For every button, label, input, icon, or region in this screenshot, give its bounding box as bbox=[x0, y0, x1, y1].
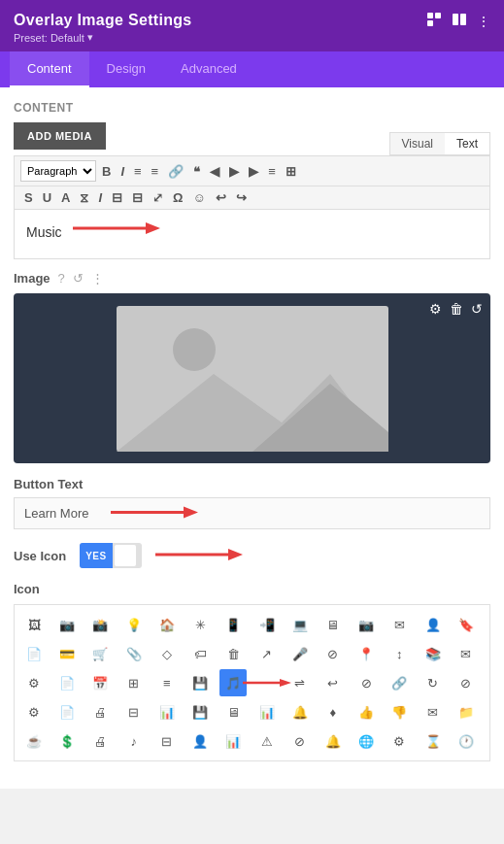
icon-cell[interactable]: 📊 bbox=[153, 698, 181, 726]
icon-cell[interactable]: ⊟ bbox=[120, 698, 148, 726]
icon-cell[interactable]: 📅 bbox=[86, 669, 114, 696]
icon-cell[interactable] bbox=[253, 669, 281, 696]
bold-button[interactable]: B bbox=[98, 163, 115, 180]
link-button[interactable]: 🔗 bbox=[164, 163, 187, 180]
strikethrough-button[interactable]: S bbox=[20, 189, 37, 206]
italic2-button[interactable]: I bbox=[94, 189, 106, 206]
format-select[interactable]: Paragraph Heading 1 Heading 2 bbox=[20, 160, 96, 182]
icon-cell[interactable]: 🖥 bbox=[319, 611, 347, 638]
icon-cell[interactable]: ⊘ bbox=[319, 640, 347, 667]
icon-cell[interactable]: ♦ bbox=[319, 698, 347, 726]
icon-cell[interactable]: ⚠ bbox=[253, 727, 281, 755]
icon-cell[interactable]: ↻ bbox=[420, 669, 447, 696]
undo-button[interactable]: ↩ bbox=[212, 189, 230, 206]
icon-cell[interactable]: ✳ bbox=[186, 611, 214, 638]
visual-mode-button[interactable]: Visual bbox=[390, 133, 445, 154]
image-help-icon[interactable]: ? bbox=[58, 271, 65, 286]
icon-cell[interactable]: 🖥 bbox=[219, 698, 247, 726]
icon-cell[interactable]: 🏠 bbox=[153, 611, 181, 638]
tab-design[interactable]: Design bbox=[89, 51, 163, 87]
icon-cell[interactable]: ≡ bbox=[153, 669, 181, 696]
icon-cell[interactable]: 🏷 bbox=[186, 640, 214, 667]
text-mode-button[interactable]: Text bbox=[445, 133, 489, 154]
ordered-list-button[interactable]: ≡ bbox=[148, 163, 163, 180]
icon-cell[interactable]: 💡 bbox=[120, 611, 148, 638]
icon-cell[interactable]: ⊘ bbox=[286, 727, 314, 755]
tab-content[interactable]: Content bbox=[10, 51, 89, 87]
icon-cell[interactable]: 👤 bbox=[186, 727, 214, 755]
icon-cell[interactable]: ✉ bbox=[386, 611, 413, 638]
emoji-button[interactable]: ☺ bbox=[189, 189, 210, 206]
icon-cell[interactable]: 📍 bbox=[353, 640, 380, 667]
icon-cell[interactable]: 📁 bbox=[453, 698, 480, 726]
icon-cell[interactable]: 👎 bbox=[386, 698, 413, 726]
icon-cell[interactable]: ⇌ bbox=[286, 669, 314, 696]
image-reset-icon[interactable]: ↺ bbox=[73, 271, 84, 286]
image-more-icon[interactable]: ⋮ bbox=[91, 271, 104, 286]
image-preview-area[interactable]: ⚙ 🗑 ↺ bbox=[14, 293, 490, 463]
icon-cell[interactable]: 📄 bbox=[53, 669, 81, 696]
outdent-button[interactable]: ⊟ bbox=[128, 189, 147, 206]
icon-cell[interactable]: 🌐 bbox=[353, 727, 380, 755]
unordered-list-button[interactable]: ≡ bbox=[130, 163, 146, 180]
image-settings-icon[interactable]: ⚙ bbox=[429, 301, 442, 317]
icon-cell[interactable]: 📸 bbox=[86, 611, 114, 638]
align-right-button[interactable]: ▶ bbox=[245, 163, 262, 180]
icon-cell[interactable]: 📊 bbox=[253, 698, 281, 726]
icon-cell[interactable]: ⚙ bbox=[20, 698, 48, 726]
icon-cell[interactable]: 🛒 bbox=[86, 640, 114, 667]
icon-cell[interactable]: 🔖 bbox=[453, 611, 480, 638]
redo-button[interactable]: ↪ bbox=[232, 189, 251, 206]
more-options-icon[interactable]: ⋮ bbox=[477, 14, 490, 29]
icon-cell[interactable]: ◇ bbox=[153, 640, 181, 667]
align-left-button[interactable]: ◀ bbox=[206, 163, 223, 180]
icon-cell[interactable]: ⊟ bbox=[153, 727, 181, 755]
icon-cell[interactable]: 💾 bbox=[186, 669, 214, 696]
table-button[interactable]: ⊞ bbox=[282, 163, 300, 180]
icon-cell[interactable]: 🎤 bbox=[286, 640, 314, 667]
icon-cell[interactable]: ✉ bbox=[420, 698, 447, 726]
icon-cell[interactable]: 📱 bbox=[219, 611, 247, 638]
icon-cell[interactable]: 📚 bbox=[420, 640, 447, 667]
icon-cell[interactable]: 📄 bbox=[20, 640, 48, 667]
special-chars-button[interactable]: Ω bbox=[169, 189, 186, 206]
align-justify-button[interactable]: ≡ bbox=[264, 163, 280, 180]
grid-view-icon[interactable] bbox=[426, 12, 442, 30]
icon-cell[interactable]: 💳 bbox=[53, 640, 81, 667]
icon-cell[interactable]: ⊞ bbox=[120, 669, 148, 696]
icon-cell[interactable]: 🗑 bbox=[219, 640, 247, 667]
tab-advanced[interactable]: Advanced bbox=[163, 51, 254, 87]
icon-cell[interactable]: ⊘ bbox=[353, 669, 380, 696]
icon-cell[interactable]: ↗ bbox=[253, 640, 281, 667]
icon-cell[interactable]: 🔔 bbox=[286, 698, 314, 726]
icon-cell[interactable]: 📲 bbox=[253, 611, 281, 638]
icon-cell[interactable]: 👤 bbox=[420, 611, 447, 638]
icon-cell[interactable]: 💲 bbox=[53, 727, 81, 755]
indent-button[interactable]: ⊟ bbox=[108, 189, 126, 206]
icon-cell[interactable]: ⊘ bbox=[453, 669, 480, 696]
editor-content-area[interactable]: Music bbox=[15, 210, 489, 258]
icon-cell[interactable]: 💾 bbox=[186, 698, 214, 726]
icon-cell[interactable]: 📊 bbox=[219, 727, 247, 755]
icon-cell[interactable]: 🔔 bbox=[319, 727, 347, 755]
icon-cell[interactable]: 🕐 bbox=[453, 727, 480, 755]
icon-cell[interactable]: ☕ bbox=[20, 727, 48, 755]
icon-cell[interactable]: 🖨 bbox=[86, 698, 114, 726]
icon-cell[interactable]: 📄 bbox=[53, 698, 81, 726]
icon-cell[interactable]: 📷 bbox=[53, 611, 81, 638]
columns-icon[interactable] bbox=[452, 12, 467, 30]
icon-cell[interactable]: 🖼 bbox=[20, 611, 48, 638]
icon-cell[interactable]: ⚙ bbox=[386, 727, 413, 755]
icon-cell[interactable]: ⚙ bbox=[20, 669, 48, 696]
underline-button[interactable]: U bbox=[39, 189, 55, 206]
icon-cell[interactable]: 🔗 bbox=[386, 669, 413, 696]
add-media-button[interactable]: ADD MEDIA bbox=[14, 122, 106, 150]
fullscreen-button[interactable]: ⤢ bbox=[149, 189, 167, 206]
icon-cell[interactable]: ♪ bbox=[120, 727, 148, 755]
image-refresh-icon[interactable]: ↺ bbox=[471, 301, 483, 317]
icon-cell[interactable]: 👍 bbox=[353, 698, 380, 726]
icon-cell[interactable]: ⌛ bbox=[420, 727, 447, 755]
paste-button[interactable]: ⧖ bbox=[76, 189, 92, 206]
preset-selector[interactable]: Preset: Default ▾ bbox=[14, 31, 192, 44]
text-color-button[interactable]: A bbox=[57, 189, 74, 206]
